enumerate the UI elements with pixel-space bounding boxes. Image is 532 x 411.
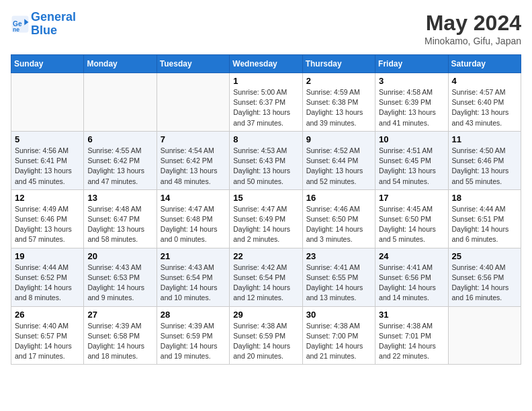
calendar-cell: 23Sunrise: 4:41 AMSunset: 6:55 PMDayligh… [302,248,375,306]
logo-icon: Ge ne [11,15,30,34]
calendar-cell [157,73,229,132]
day-number: 9 [306,134,371,144]
day-info: Sunrise: 4:53 AMSunset: 6:43 PMDaylight:… [233,146,298,187]
day-number: 19 [15,251,80,261]
weekday-header-row: SundayMondayTuesdayWednesdayThursdayFrid… [11,55,521,73]
logo: Ge ne GeneralBlue [11,11,76,38]
logo-text: GeneralBlue [31,11,76,38]
day-info: Sunrise: 4:38 AMSunset: 6:59 PMDaylight:… [233,321,298,362]
day-number: 28 [161,310,226,320]
calendar-cell: 31Sunrise: 4:38 AMSunset: 7:01 PMDayligh… [375,306,448,365]
day-info: Sunrise: 4:46 AMSunset: 6:50 PMDaylight:… [306,204,371,245]
calendar-cell [448,306,521,365]
calendar-cell: 12Sunrise: 4:49 AMSunset: 6:46 PMDayligh… [11,189,84,248]
calendar-week-row: 26Sunrise: 4:40 AMSunset: 6:57 PMDayligh… [11,306,521,365]
day-info: Sunrise: 4:57 AMSunset: 6:40 PMDaylight:… [452,87,517,128]
calendar-cell: 7Sunrise: 4:54 AMSunset: 6:42 PMDaylight… [157,131,229,189]
calendar-cell: 1Sunrise: 5:00 AMSunset: 6:37 PMDaylight… [230,73,302,132]
page-header: Ge ne GeneralBlue May 2024 Minokamo, Gif… [11,11,521,46]
day-number: 20 [87,251,152,261]
calendar-cell: 20Sunrise: 4:43 AMSunset: 6:53 PMDayligh… [84,248,157,306]
calendar-cell: 22Sunrise: 4:42 AMSunset: 6:54 PMDayligh… [230,248,302,306]
day-info: Sunrise: 4:42 AMSunset: 6:54 PMDaylight:… [233,263,298,304]
day-info: Sunrise: 4:55 AMSunset: 6:42 PMDaylight:… [87,146,152,187]
calendar-cell: 16Sunrise: 4:46 AMSunset: 6:50 PMDayligh… [302,189,375,248]
day-info: Sunrise: 4:54 AMSunset: 6:42 PMDaylight:… [161,146,226,187]
day-number: 18 [452,193,517,203]
calendar-cell: 9Sunrise: 4:52 AMSunset: 6:44 PMDaylight… [302,131,375,189]
day-info: Sunrise: 4:48 AMSunset: 6:47 PMDaylight:… [87,204,152,245]
svg-text:ne: ne [13,26,19,33]
day-number: 12 [15,193,80,203]
calendar-cell [84,73,157,132]
day-number: 22 [233,251,298,261]
calendar-cell: 28Sunrise: 4:39 AMSunset: 6:59 PMDayligh… [157,306,229,365]
calendar-cell: 3Sunrise: 4:58 AMSunset: 6:39 PMDaylight… [375,73,448,132]
day-number: 14 [161,193,226,203]
calendar-cell: 25Sunrise: 4:40 AMSunset: 6:56 PMDayligh… [448,248,521,306]
day-number: 24 [379,251,444,261]
day-number: 26 [15,310,80,320]
calendar-cell: 26Sunrise: 4:40 AMSunset: 6:57 PMDayligh… [11,306,84,365]
day-info: Sunrise: 4:44 AMSunset: 6:51 PMDaylight:… [452,204,517,245]
calendar-cell: 13Sunrise: 4:48 AMSunset: 6:47 PMDayligh… [84,189,157,248]
day-number: 13 [87,193,152,203]
day-info: Sunrise: 4:39 AMSunset: 6:59 PMDaylight:… [161,321,226,362]
calendar-week-row: 5Sunrise: 4:56 AMSunset: 6:41 PMDaylight… [11,131,521,189]
calendar-table: SundayMondayTuesdayWednesdayThursdayFrid… [11,54,521,365]
day-info: Sunrise: 4:43 AMSunset: 6:54 PMDaylight:… [161,263,226,304]
day-info: Sunrise: 4:40 AMSunset: 6:56 PMDaylight:… [452,263,517,304]
calendar-week-row: 19Sunrise: 4:44 AMSunset: 6:52 PMDayligh… [11,248,521,306]
calendar-cell: 30Sunrise: 4:38 AMSunset: 7:00 PMDayligh… [302,306,375,365]
day-info: Sunrise: 4:38 AMSunset: 7:01 PMDaylight:… [379,321,444,362]
month-title: May 2024 [425,11,521,36]
day-number: 3 [379,76,444,86]
day-info: Sunrise: 4:43 AMSunset: 6:53 PMDaylight:… [87,263,152,304]
calendar-cell: 6Sunrise: 4:55 AMSunset: 6:42 PMDaylight… [84,131,157,189]
day-info: Sunrise: 4:45 AMSunset: 6:50 PMDaylight:… [379,204,444,245]
day-number: 21 [161,251,226,261]
location-subtitle: Minokamo, Gifu, Japan [425,36,521,46]
calendar-cell: 4Sunrise: 4:57 AMSunset: 6:40 PMDaylight… [448,73,521,132]
calendar-cell: 21Sunrise: 4:43 AMSunset: 6:54 PMDayligh… [157,248,229,306]
day-number: 4 [452,76,517,86]
title-block: May 2024 Minokamo, Gifu, Japan [425,11,521,46]
day-number: 8 [233,134,298,144]
day-number: 31 [379,310,444,320]
day-info: Sunrise: 4:41 AMSunset: 6:56 PMDaylight:… [379,263,444,304]
day-number: 23 [306,251,371,261]
calendar-cell [11,73,84,132]
day-number: 1 [233,76,298,86]
day-number: 5 [15,134,80,144]
day-number: 15 [233,193,298,203]
day-number: 11 [452,134,517,144]
day-number: 7 [161,134,226,144]
day-number: 25 [452,251,517,261]
calendar-cell: 2Sunrise: 4:59 AMSunset: 6:38 PMDaylight… [302,73,375,132]
day-info: Sunrise: 4:51 AMSunset: 6:45 PMDaylight:… [379,146,444,187]
weekday-header-sunday: Sunday [11,55,84,73]
calendar-cell: 10Sunrise: 4:51 AMSunset: 6:45 PMDayligh… [375,131,448,189]
calendar-cell: 18Sunrise: 4:44 AMSunset: 6:51 PMDayligh… [448,189,521,248]
day-number: 27 [87,310,152,320]
day-info: Sunrise: 4:49 AMSunset: 6:46 PMDaylight:… [15,204,80,245]
calendar-cell: 8Sunrise: 4:53 AMSunset: 6:43 PMDaylight… [230,131,302,189]
weekday-header-friday: Friday [375,55,448,73]
day-number: 30 [306,310,371,320]
calendar-cell: 19Sunrise: 4:44 AMSunset: 6:52 PMDayligh… [11,248,84,306]
weekday-header-wednesday: Wednesday [230,55,302,73]
calendar-cell: 5Sunrise: 4:56 AMSunset: 6:41 PMDaylight… [11,131,84,189]
calendar-cell: 17Sunrise: 4:45 AMSunset: 6:50 PMDayligh… [375,189,448,248]
day-number: 6 [87,134,152,144]
calendar-week-row: 1Sunrise: 5:00 AMSunset: 6:37 PMDaylight… [11,73,521,132]
weekday-header-monday: Monday [84,55,157,73]
day-info: Sunrise: 4:47 AMSunset: 6:48 PMDaylight:… [161,204,226,245]
weekday-header-saturday: Saturday [448,55,521,73]
day-info: Sunrise: 4:58 AMSunset: 6:39 PMDaylight:… [379,87,444,128]
weekday-header-tuesday: Tuesday [157,55,229,73]
day-info: Sunrise: 4:50 AMSunset: 6:46 PMDaylight:… [452,146,517,187]
day-info: Sunrise: 4:39 AMSunset: 6:58 PMDaylight:… [87,321,152,362]
day-info: Sunrise: 4:40 AMSunset: 6:57 PMDaylight:… [15,321,80,362]
weekday-header-thursday: Thursday [302,55,375,73]
day-number: 2 [306,76,371,86]
